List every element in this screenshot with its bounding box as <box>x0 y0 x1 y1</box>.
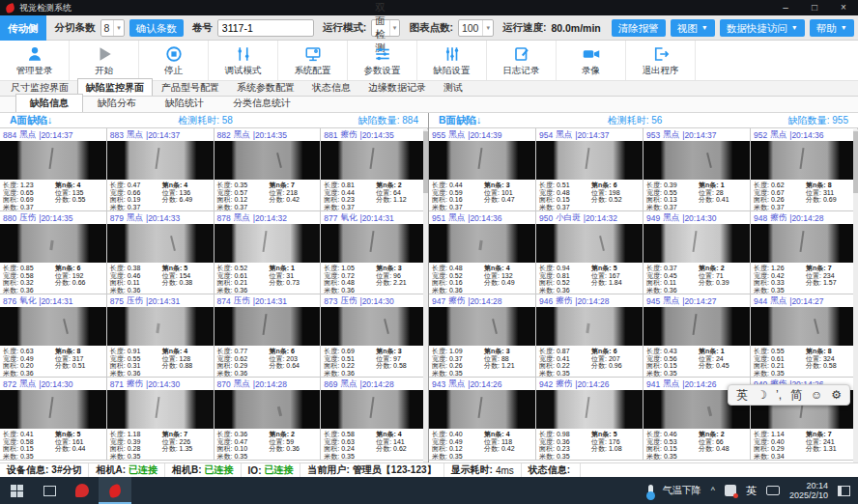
defect-cell[interactable]: 876氧化|20:14:31长度: 0.63宽度: 0.49面积: 0.20米数… <box>0 294 107 378</box>
taskbar-app-browser[interactable] <box>66 477 99 504</box>
defect-cell[interactable]: 942擦伤|20:14:26长度: 0.98宽度: 0.36面积: 0.23米数… <box>536 378 644 461</box>
defect-image[interactable] <box>429 141 535 180</box>
defect-image[interactable] <box>107 141 214 180</box>
defect-image[interactable] <box>321 141 427 180</box>
defect-cell[interactable]: 945黑点|20:14:27长度: 0.43宽度: 0.56面积: 0.15米数… <box>644 294 751 378</box>
defect-cell[interactable]: 950小白斑|20:14:32长度: 0.94宽度: 0.81面积: 0.52米… <box>536 211 644 294</box>
defect-image[interactable] <box>536 390 643 429</box>
defect-image[interactable] <box>0 390 106 429</box>
slit-count-select[interactable]: 8 ▾ <box>100 19 125 37</box>
taskbar-clock[interactable]: 20:14 2025/2/10 <box>789 481 828 500</box>
defect-cell[interactable]: 877氧化|20:14:31长度: 1.05宽度: 0.72面积: 0.48米数… <box>321 211 428 294</box>
sub-tab-4[interactable]: 分类信息统计 <box>218 94 305 112</box>
defect-image[interactable] <box>0 307 106 346</box>
defect-image[interactable] <box>644 224 750 263</box>
defect-cell[interactable]: 879黑点|20:14:33长度: 0.38宽度: 0.46面积: 0.11米数… <box>107 211 214 294</box>
defect-cell[interactable]: 882黑点|20:14:35长度: 0.35宽度: 0.57面积: 0.12米数… <box>214 128 322 211</box>
run-mode-select[interactable]: 双面检测 ▾ <box>371 19 400 37</box>
defect-cell[interactable]: 948擦伤|20:14:28长度: 1.26宽度: 0.42面积: 0.33米数… <box>751 211 858 294</box>
confirm-count-button[interactable]: 确认条数 <box>129 19 184 37</box>
defect-cell[interactable]: 943黑点|20:14:26长度: 0.40宽度: 0.49面积: 0.12米数… <box>429 378 536 461</box>
defect-cell[interactable]: 875压伤|20:14:31长度: 0.91宽度: 0.55面积: 0.31米数… <box>107 294 214 378</box>
main-tab-6[interactable]: 边缘数据记录 <box>359 78 435 96</box>
defect-cell[interactable]: 869黑点|20:14:28长度: 0.58宽度: 0.63面积: 0.24米数… <box>321 378 428 461</box>
notification-center-icon[interactable] <box>838 486 850 496</box>
defect-cell[interactable]: 951黑点|20:14:36长度: 0.48宽度: 0.52面积: 0.16米数… <box>429 211 536 294</box>
action-exit-button[interactable]: 退出程序 <box>626 41 696 80</box>
defect-image[interactable] <box>751 224 857 263</box>
defect-cell[interactable]: 954黑点|20:14:37长度: 0.51宽度: 0.48面积: 0.15米数… <box>536 128 644 211</box>
defect-image[interactable] <box>751 307 857 346</box>
defect-image[interactable] <box>536 224 643 263</box>
defect-cell[interactable]: 946擦伤|20:14:28长度: 0.87宽度: 0.41面积: 0.22米数… <box>536 294 644 378</box>
action-defect-settings-button[interactable]: 缺陷设置 <box>417 41 487 80</box>
defect-image[interactable] <box>321 390 427 429</box>
task-view-button[interactable] <box>33 477 66 504</box>
ime-settings-icon[interactable]: ⚙ <box>831 388 842 402</box>
defect-cell[interactable]: 884黑点|20:14:37长度: 1.23宽度: 0.65面积: 0.69米数… <box>0 128 107 211</box>
defect-image[interactable] <box>0 224 106 263</box>
action-stop-button[interactable]: 停止 <box>139 41 209 80</box>
defect-image[interactable] <box>644 141 750 180</box>
sub-tab-3[interactable]: 缺陷统计 <box>151 94 218 112</box>
defect-image[interactable] <box>107 307 214 346</box>
defect-image[interactable] <box>536 141 643 180</box>
defect-image[interactable] <box>0 141 106 180</box>
defect-image[interactable] <box>429 224 535 263</box>
taskbar-app-inspection-active[interactable] <box>99 477 131 504</box>
ime-emoji-icon[interactable]: ☺ <box>811 388 822 402</box>
defect-cell[interactable]: 872黑点|20:14:30长度: 0.41宽度: 0.58面积: 0.15米数… <box>0 378 107 461</box>
defect-image[interactable] <box>107 224 214 263</box>
action-params-button[interactable]: 参数设置 <box>348 41 417 80</box>
action-monitor-button[interactable]: 系统配置 <box>278 41 348 80</box>
sub-tab-1[interactable]: 缺陷信息 <box>15 94 83 112</box>
maximize-button[interactable]: □ <box>800 0 829 15</box>
defect-cell[interactable]: 955黑点|20:14:39长度: 0.44宽度: 0.59面积: 0.16米数… <box>429 128 536 211</box>
action-log-button[interactable]: 日志记录 <box>487 41 557 80</box>
defect-cell[interactable]: 883黑点|20:14:37长度: 0.47宽度: 0.66面积: 0.19米数… <box>107 128 214 211</box>
defect-image[interactable] <box>536 307 643 346</box>
clear-alarm-button[interactable]: 清除报警 <box>612 19 666 37</box>
defect-image[interactable] <box>214 307 321 346</box>
action-debug-button[interactable]: 调试模式 <box>209 41 278 80</box>
ime-simplified-chinese[interactable]: 简 <box>790 387 802 404</box>
coil-number-input[interactable] <box>217 19 314 37</box>
quick-access-menu-button[interactable]: 数据快捷访问 ▼ <box>720 19 805 37</box>
defect-image[interactable] <box>214 390 321 429</box>
scrollbar-thumb[interactable] <box>853 131 858 193</box>
drive-side-button[interactable]: 传动侧 <box>0 15 46 41</box>
defect-image[interactable] <box>429 307 535 346</box>
defect-cell[interactable]: 870黑点|20:14:28长度: 0.36宽度: 0.47面积: 0.10米数… <box>214 378 322 461</box>
panel-scrollbar[interactable] <box>423 129 428 462</box>
weather-text[interactable]: 气温下降 <box>663 484 701 497</box>
defect-cell[interactable]: 873压伤|20:14:30长度: 0.69宽度: 0.51面积: 0.22米数… <box>321 294 428 378</box>
defect-cell[interactable]: 878黑点|20:14:32长度: 0.52宽度: 0.61面积: 0.21米数… <box>214 211 322 294</box>
defect-cell[interactable]: 947擦伤|20:14:28长度: 1.09宽度: 0.37面积: 0.26米数… <box>429 294 536 378</box>
ime-punctuation-icon[interactable]: ’, <box>776 388 782 402</box>
close-button[interactable]: × <box>829 0 858 15</box>
defect-cell[interactable]: 880压伤|20:14:35长度: 0.85宽度: 0.58面积: 0.32米数… <box>0 211 107 294</box>
chart-points-select[interactable]: 100 ▾ <box>458 19 494 37</box>
defect-cell[interactable]: 944黑点|20:14:27长度: 0.55宽度: 0.61面积: 0.21米数… <box>751 294 858 378</box>
action-play-button[interactable]: 开始 <box>70 41 139 80</box>
defect-image[interactable] <box>321 224 427 263</box>
defect-image[interactable] <box>644 307 750 346</box>
main-tab-7[interactable]: 测试 <box>435 78 472 96</box>
minimize-button[interactable]: – <box>771 0 800 15</box>
defect-cell[interactable]: 952黑点|20:14:36长度: 0.62宽度: 0.67面积: 0.26米数… <box>751 128 858 211</box>
defect-cell[interactable]: 881擦伤|20:14:35长度: 0.81宽度: 0.44面积: 0.23米数… <box>321 128 428 211</box>
ime-tray-icon[interactable] <box>725 485 736 496</box>
action-camera-button[interactable]: 录像 <box>557 41 626 80</box>
action-user-button[interactable]: 管理登录 <box>0 41 70 80</box>
help-menu-button[interactable]: 帮助 ▼ <box>810 19 854 37</box>
defect-image[interactable] <box>751 141 857 180</box>
defect-cell[interactable]: 871擦伤|20:14:30长度: 1.18宽度: 0.39面积: 0.28米数… <box>107 378 214 461</box>
view-menu-button[interactable]: 视图 ▼ <box>671 19 715 37</box>
defect-image[interactable] <box>429 390 535 429</box>
defect-cell[interactable]: 874压伤|20:14:31长度: 0.77宽度: 0.62面积: 0.29米数… <box>214 294 322 378</box>
defect-image[interactable] <box>214 141 321 180</box>
defect-image[interactable] <box>214 224 321 263</box>
input-language-indicator[interactable]: 英 <box>746 484 757 498</box>
start-button[interactable] <box>0 477 33 504</box>
defect-image[interactable] <box>107 390 214 429</box>
